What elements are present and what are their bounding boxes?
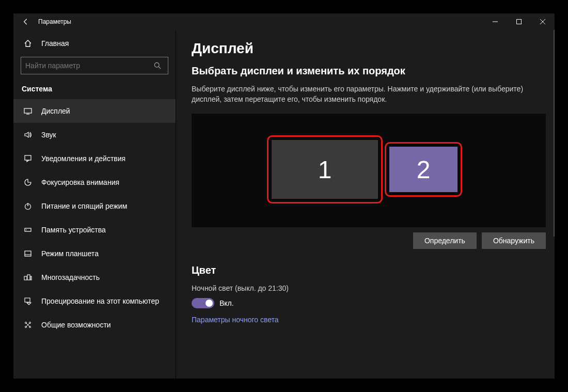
color-heading: Цвет	[192, 264, 555, 276]
sidebar-item-shared[interactable]: Общие возможности	[13, 313, 176, 337]
svg-rect-6	[25, 155, 31, 160]
sidebar-item-label: Дисплей	[41, 107, 70, 115]
svg-rect-14	[27, 275, 30, 280]
sidebar-item-display[interactable]: Дисплей	[13, 99, 176, 123]
section-label: Система	[13, 81, 176, 99]
svg-rect-16	[25, 298, 30, 302]
sidebar-item-focus[interactable]: Фокусировка внимания	[13, 170, 176, 194]
home-icon	[22, 39, 34, 48]
power-icon	[22, 202, 34, 210]
night-light-settings-link[interactable]: Параметры ночного света	[192, 316, 279, 324]
night-light-label: Ночной свет (выкл. до 21:30)	[192, 284, 538, 294]
search-box[interactable]	[21, 57, 168, 74]
back-button[interactable]	[19, 13, 33, 30]
window-controls	[483, 13, 555, 30]
svg-point-2	[154, 62, 159, 67]
storage-icon	[22, 226, 34, 234]
svg-line-3	[159, 67, 161, 69]
monitor-2-label: 2	[389, 147, 457, 192]
settings-window: Параметры Главная	[13, 13, 555, 379]
sidebar-item-storage[interactable]: Память устройства	[13, 218, 176, 242]
sidebar-item-label: Проецирование на этот компьютер	[41, 297, 159, 305]
svg-rect-13	[24, 276, 27, 280]
svg-rect-11	[25, 251, 31, 256]
toggle-state-label: Вкл.	[219, 299, 234, 307]
notifications-icon	[22, 154, 34, 163]
titlebar: Параметры	[13, 13, 555, 30]
svg-rect-1	[517, 20, 522, 24]
display-icon	[22, 107, 34, 115]
main-content: Дисплей Выбрать дисплеи и изменить их по…	[176, 30, 555, 379]
identify-button[interactable]: Определить	[413, 232, 477, 249]
sidebar-item-label: Уведомления и действия	[41, 154, 125, 163]
sidebar-item-tablet[interactable]: Режим планшета	[13, 242, 176, 265]
svg-rect-4	[24, 108, 31, 113]
sidebar-item-label: Общие возможности	[41, 321, 111, 329]
sidebar-item-sound[interactable]: Звук	[13, 123, 176, 147]
project-icon	[22, 297, 34, 305]
page-title: Дисплей	[192, 40, 555, 57]
maximize-button[interactable]	[507, 13, 531, 30]
night-light-toggle[interactable]	[192, 298, 214, 308]
home-nav[interactable]: Главная	[13, 33, 176, 54]
sidebar-item-label: Память устройства	[41, 226, 106, 234]
focus-icon	[22, 178, 34, 186]
monitor-1[interactable]: 1	[267, 135, 383, 203]
search-input[interactable]	[25, 61, 151, 70]
sidebar-item-label: Режим планшета	[41, 249, 99, 258]
arrange-description: Выберите дисплей ниже, чтобы изменить ег…	[192, 84, 538, 104]
svg-point-10	[26, 229, 27, 230]
svg-rect-9	[25, 228, 31, 231]
sidebar-item-label: Многозадачность	[41, 273, 100, 281]
search-icon	[151, 62, 164, 69]
sidebar-item-projecting[interactable]: Проецирование на этот компьютер	[13, 289, 176, 313]
close-button[interactable]	[531, 13, 555, 30]
sidebar: Главная Система Дисплей Звук	[13, 30, 176, 379]
minimize-button[interactable]	[483, 13, 507, 30]
sound-icon	[22, 131, 34, 139]
sidebar-item-notifications[interactable]: Уведомления и действия	[13, 147, 176, 170]
sidebar-item-label: Питание и спящий режим	[41, 202, 127, 210]
svg-rect-15	[30, 276, 31, 280]
monitor-2[interactable]: 2	[385, 142, 462, 197]
monitor-1-label: 1	[272, 140, 378, 199]
sidebar-item-label: Фокусировка внимания	[41, 178, 119, 186]
shared-icon	[22, 321, 34, 329]
sidebar-item-multitask[interactable]: Многозадачность	[13, 265, 176, 289]
scrollbar[interactable]	[554, 30, 555, 237]
multitask-icon	[22, 273, 34, 281]
window-title: Параметры	[38, 18, 71, 25]
sidebar-item-power[interactable]: Питание и спящий режим	[13, 194, 176, 218]
home-label: Главная	[41, 39, 69, 48]
tablet-icon	[22, 249, 34, 258]
toggle-knob	[206, 300, 213, 307]
sidebar-item-label: Звук	[41, 131, 56, 139]
display-arrangement-area[interactable]: 1 2	[192, 114, 546, 227]
arrange-heading: Выбрать дисплеи и изменить их порядок	[192, 65, 555, 77]
detect-button[interactable]: Обнаружить	[482, 232, 546, 249]
